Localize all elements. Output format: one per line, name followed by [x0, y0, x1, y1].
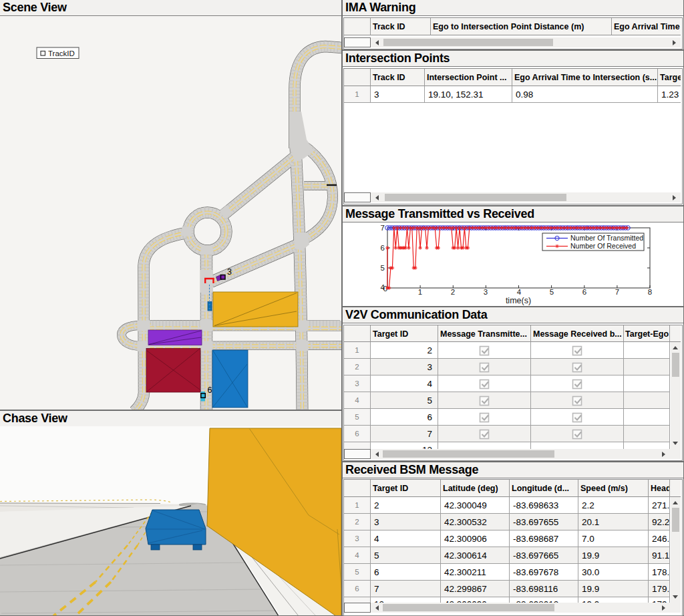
svg-text:4: 4	[381, 283, 385, 291]
svg-text:time(s): time(s)	[506, 296, 531, 305]
svg-text:1: 1	[418, 288, 422, 296]
svg-text:6: 6	[582, 288, 586, 296]
svg-text:3: 3	[227, 267, 232, 277]
svg-text:Number Of Received: Number Of Received	[570, 242, 636, 250]
svg-text:7: 7	[615, 288, 619, 296]
svg-text:3: 3	[484, 288, 488, 296]
svg-text:2: 2	[451, 288, 455, 296]
svg-text:TrackID: TrackID	[48, 49, 75, 57]
svg-text:Number Of Transmitted: Number Of Transmitted	[570, 234, 643, 242]
svg-text:6: 6	[208, 386, 212, 395]
svg-text:5: 5	[381, 264, 385, 272]
svg-text:7: 7	[381, 224, 385, 232]
svg-text:6: 6	[381, 244, 385, 252]
svg-text:8: 8	[648, 288, 652, 296]
svg-text:4: 4	[517, 288, 522, 296]
svg-text:5: 5	[550, 288, 554, 296]
